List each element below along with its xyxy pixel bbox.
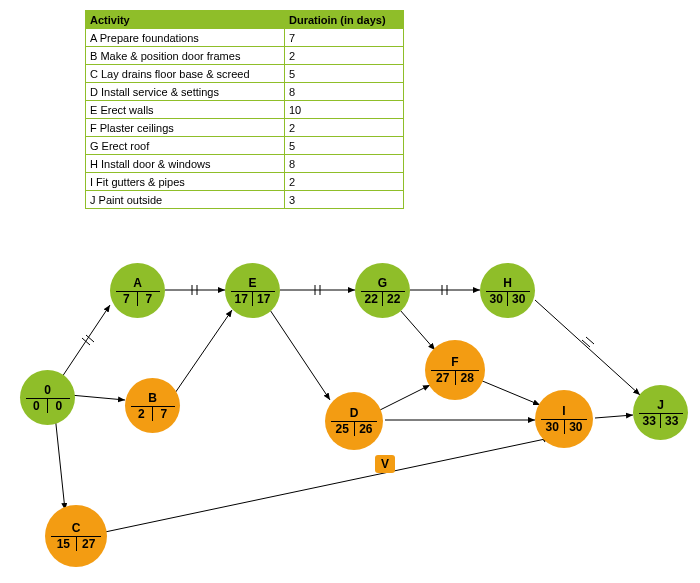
svg-line-11 xyxy=(480,380,540,405)
cell-duration: 3 xyxy=(285,191,404,209)
th-duration: Duratioin (in days) xyxy=(285,11,404,29)
node-B: B 27 xyxy=(125,378,180,433)
svg-line-23 xyxy=(582,340,590,347)
node-A: A 77 xyxy=(110,263,165,318)
svg-line-1 xyxy=(70,395,125,400)
cell-activity: J Paint outside xyxy=(86,191,285,209)
node-D-label: D xyxy=(331,406,377,422)
svg-line-8 xyxy=(400,310,435,350)
node-H: H 3030 xyxy=(480,263,535,318)
table-row: D Install service & settings8 xyxy=(86,83,404,101)
svg-line-24 xyxy=(586,337,594,344)
node-I-label: I xyxy=(541,404,587,420)
node-D: D 2526 xyxy=(325,392,383,450)
node-I: I 3030 xyxy=(535,390,593,448)
table-row: C Lay drains floor base & screed5 xyxy=(86,65,404,83)
svg-line-9 xyxy=(380,385,430,410)
node-H-label: H xyxy=(486,276,530,292)
node-F-label: F xyxy=(431,355,479,371)
node-V: V xyxy=(375,455,395,473)
cell-duration: 8 xyxy=(285,83,404,101)
cell-duration: 5 xyxy=(285,137,404,155)
activity-table: Activity Duratioin (in days) A Prepare f… xyxy=(85,10,404,209)
cell-activity: A Prepare foundations xyxy=(86,29,285,47)
table-row: H Install door & windows8 xyxy=(86,155,404,173)
svg-line-16 xyxy=(86,335,94,342)
table-row: F Plaster ceilings2 xyxy=(86,119,404,137)
table-row: I Fit gutters & pipes2 xyxy=(86,173,404,191)
cell-activity: H Install door & windows xyxy=(86,155,285,173)
node-B-label: B xyxy=(131,391,175,407)
svg-line-0 xyxy=(60,305,110,380)
cell-duration: 7 xyxy=(285,29,404,47)
cell-activity: C Lay drains floor base & screed xyxy=(86,65,285,83)
cell-activity: F Plaster ceilings xyxy=(86,119,285,137)
cell-duration: 2 xyxy=(285,119,404,137)
node-0: 0 00 xyxy=(20,370,75,425)
table-row: J Paint outside3 xyxy=(86,191,404,209)
table-row: G Erect roof5 xyxy=(86,137,404,155)
node-J-label: J xyxy=(639,398,683,414)
cell-duration: 8 xyxy=(285,155,404,173)
node-J: J 3333 xyxy=(633,385,688,440)
node-F: F 2728 xyxy=(425,340,485,400)
svg-line-12 xyxy=(535,300,640,395)
cell-activity: B Make & position door frames xyxy=(86,47,285,65)
cell-activity: I Fit gutters & pipes xyxy=(86,173,285,191)
cell-duration: 2 xyxy=(285,47,404,65)
node-C-label: C xyxy=(51,521,101,537)
node-G-label: G xyxy=(361,276,405,292)
cell-activity: E Erect walls xyxy=(86,101,285,119)
node-E-label: E xyxy=(231,276,275,292)
node-G: G 2222 xyxy=(355,263,410,318)
svg-line-13 xyxy=(595,415,633,418)
node-A-label: A xyxy=(116,276,160,292)
node-C: C 1527 xyxy=(45,505,107,567)
node-E: E 1717 xyxy=(225,263,280,318)
th-activity: Activity xyxy=(86,11,285,29)
table-row: B Make & position door frames2 xyxy=(86,47,404,65)
svg-line-6 xyxy=(270,310,330,400)
cell-duration: 5 xyxy=(285,65,404,83)
cell-duration: 2 xyxy=(285,173,404,191)
cell-duration: 10 xyxy=(285,101,404,119)
node-0-label: 0 xyxy=(26,383,70,399)
svg-line-15 xyxy=(82,338,90,345)
cell-activity: D Install service & settings xyxy=(86,83,285,101)
cell-activity: G Erect roof xyxy=(86,137,285,155)
svg-line-14 xyxy=(105,438,550,532)
svg-line-2 xyxy=(55,415,65,510)
svg-line-4 xyxy=(175,310,232,393)
table-row: A Prepare foundations7 xyxy=(86,29,404,47)
table-row: E Erect walls10 xyxy=(86,101,404,119)
